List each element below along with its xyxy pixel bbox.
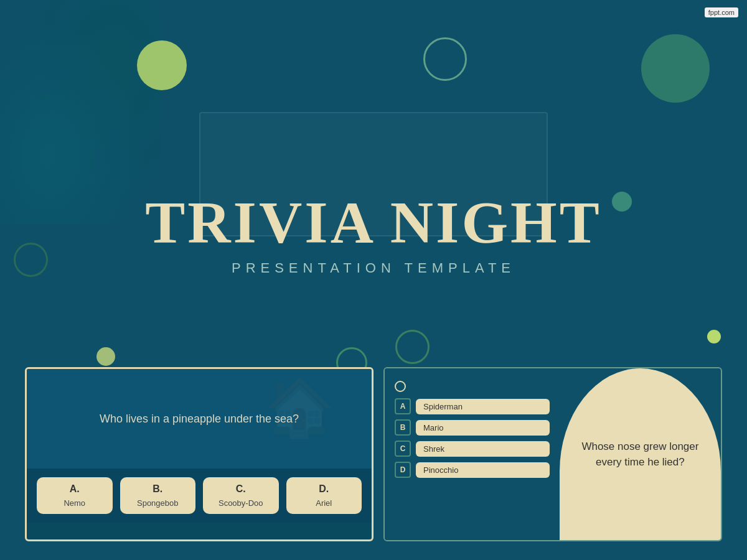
slide2-answer-c-text: Shrek: [416, 441, 550, 457]
slide2-answer-a-text: Spiderman: [416, 399, 550, 414]
slide2-answer-d-text: Pinocchio: [416, 462, 550, 478]
slide2-answer-a-badge: A: [395, 398, 411, 414]
slide2-answers-area: A Spiderman B Mario C Shrek D Pinocchio: [385, 368, 560, 540]
background-coral-decoration: [0, 0, 162, 224]
slide2-answer-c-badge: C: [395, 441, 411, 457]
circle-outline-mid-decoration: [423, 37, 467, 81]
slide1-answer-d-letter: D.: [319, 483, 329, 495]
slide2-circle-decoration: [395, 381, 406, 392]
slide1-answer-b: B. Spongebob: [120, 477, 196, 514]
slide2-answer-b-text: Mario: [416, 420, 550, 436]
slide2-answer-d-badge: D: [395, 462, 411, 478]
slide1-answer-a: A. Nemo: [37, 477, 113, 514]
slide2-answer-b-badge: B: [395, 419, 411, 436]
slides-container: 🏠 Who lives in a pineapple under the sea…: [25, 367, 722, 541]
slide2-question-text: Whose nose grew longer every time he lie…: [572, 439, 708, 470]
slide-1: 🏠 Who lives in a pineapple under the sea…: [25, 367, 374, 541]
slide1-answer-d-text: Ariel: [316, 498, 332, 508]
slide2-answer-b-row: B Mario: [395, 419, 550, 436]
circle-small-yellow-left-decoration: [96, 347, 115, 366]
slide1-answers: A. Nemo B. Spongebob C. Scooby-Doo D. Ar…: [27, 469, 372, 523]
circle-yellow-right-decoration: [707, 330, 721, 343]
slide1-answer-d: D. Ariel: [286, 477, 362, 514]
circle-outline-slide2-decoration: [395, 330, 430, 364]
slide2-answer-list: A Spiderman B Mario C Shrek D Pinocchio: [395, 398, 550, 478]
circle-lime-decoration: [137, 40, 187, 90]
slide2-answer-a-row: A Spiderman: [395, 398, 550, 414]
slide-2: A Spiderman B Mario C Shrek D Pinocchio …: [383, 367, 722, 541]
slide2-question-area: Whose nose grew longer every time he lie…: [560, 368, 721, 540]
circle-teal-large-decoration: [641, 34, 710, 103]
slide1-answer-c: C. Scooby-Doo: [203, 477, 279, 514]
slide1-answer-a-text: Nemo: [63, 498, 85, 508]
slide1-question-text: Who lives in a pineapple under the sea?: [75, 411, 324, 427]
slide1-answer-c-letter: C.: [236, 483, 246, 495]
title-section: TRIVIA NIGHT PRESENTATION TEMPLATE: [0, 193, 747, 276]
slide1-answer-b-text: Spongebob: [137, 498, 179, 508]
slide2-answer-c-row: C Shrek: [395, 441, 550, 457]
slide1-bg-icon: 🏠: [265, 375, 334, 441]
slide1-answer-c-text: Scooby-Doo: [218, 498, 263, 508]
slide1-answer-a-letter: A.: [70, 483, 80, 495]
slide1-answer-b-letter: B.: [153, 483, 162, 495]
main-title: TRIVIA NIGHT: [0, 193, 747, 253]
watermark: fppt.com: [705, 7, 738, 17]
slide2-answer-d-row: D Pinocchio: [395, 462, 550, 478]
subtitle: PRESENTATION TEMPLATE: [0, 260, 747, 276]
slide1-question-area: 🏠 Who lives in a pineapple under the sea…: [27, 369, 372, 469]
